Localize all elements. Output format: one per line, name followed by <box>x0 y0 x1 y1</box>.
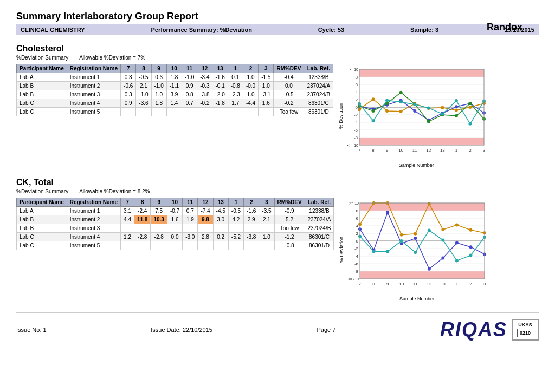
table-cell <box>151 108 166 116</box>
table-cell <box>228 224 243 233</box>
svg-text:-2: -2 <box>354 113 358 117</box>
logo-area: RIQAS UKAS 0210 <box>440 318 539 341</box>
table-cell: Too few <box>274 108 304 116</box>
svg-point-70 <box>427 106 430 109</box>
table-cell: -0.2 <box>197 99 212 108</box>
header: Summary Interlaboratory Group Report Ran… <box>16 11 539 22</box>
cholesterol-section: Cholesterol %Deviation Summary Allowable… <box>16 44 539 168</box>
col-9: 9 <box>151 64 166 73</box>
table-cell: -7.4 <box>198 207 213 215</box>
svg-point-132 <box>372 250 376 253</box>
table-cell: Lab B <box>17 224 67 233</box>
ck-deviation-row: %Deviation Summary Allowable %Deviation … <box>16 188 539 194</box>
table-cell: 0.0 <box>274 82 304 90</box>
col-1: 1 <box>228 64 243 73</box>
table-cell: 0.7 <box>182 99 197 108</box>
table-cell <box>182 108 197 116</box>
table-cell: 1.6 <box>167 215 182 224</box>
table-cell <box>243 108 258 116</box>
col-registration: Registration Name <box>67 64 120 73</box>
svg-text:10: 10 <box>399 282 404 286</box>
ck-table-wrap: Participant Name Registration Name 7 8 9… <box>16 198 539 302</box>
svg-text:2: 2 <box>356 97 358 102</box>
svg-text:11: 11 <box>412 148 417 153</box>
table-row: Lab BInstrument 3Too few237024/B <box>17 224 334 233</box>
table-cell: Instrument 1 <box>67 73 120 82</box>
svg-text:0: 0 <box>356 105 358 110</box>
table-cell: Lab C <box>17 241 67 250</box>
table-cell: Instrument 2 <box>67 215 120 224</box>
table-cell: 0.3 <box>121 90 136 99</box>
table-cell: 7.5 <box>151 207 167 215</box>
table-cell: 86301/C <box>305 233 334 241</box>
svg-point-60 <box>427 120 430 123</box>
table-cell: -2.3 <box>228 90 243 99</box>
ck-section: CK, Total %Deviation Summary Allowable %… <box>16 178 539 302</box>
svg-point-51 <box>441 106 444 109</box>
table-cell: 12338/B <box>305 207 334 215</box>
ck-col-9: 9 <box>151 198 167 207</box>
table-cell: 0.2 <box>213 233 228 241</box>
svg-text:9: 9 <box>386 282 389 286</box>
table-cell <box>213 224 228 233</box>
col-11: 11 <box>182 64 197 73</box>
table-row: Lab BInstrument 30.3-1.01.03.90.8-3.8-2.… <box>17 90 333 99</box>
table-cell: 86301/C <box>304 99 333 108</box>
brand-name: Randox <box>487 22 522 33</box>
table-cell: -0.6 <box>121 82 136 90</box>
svg-text:6: 6 <box>356 216 359 221</box>
table-cell: 9.8 <box>198 215 213 224</box>
table-cell <box>259 224 274 233</box>
svg-text:10: 10 <box>398 148 403 153</box>
svg-point-127 <box>442 228 445 231</box>
issue-no: Issue No: 1 <box>16 326 47 333</box>
ck-table-container: Participant Name Registration Name 7 8 9… <box>16 198 334 250</box>
table-cell <box>259 108 274 116</box>
svg-point-42 <box>455 105 458 108</box>
svg-text:0: 0 <box>356 239 359 244</box>
table-cell: 237024/B <box>305 224 334 233</box>
cholesterol-table: Participant Name Registration Name 7 8 9… <box>16 64 333 116</box>
table-cell: Instrument 4 <box>67 99 120 108</box>
table-cell: Lab A <box>17 73 67 82</box>
cholesterol-allowable-label: Allowable %Deviation = 7% <box>79 55 145 61</box>
svg-point-113 <box>386 211 390 214</box>
table-row: Lab AInstrument 13.1-2.47.5-0.70.7-7.4-4… <box>17 207 334 215</box>
svg-text:-4: -4 <box>354 254 359 259</box>
table-cell <box>228 241 243 250</box>
svg-point-66 <box>372 119 375 122</box>
cholesterol-chart: <= -10-8-6-4-202468>= 1078910111213123 <box>343 64 489 161</box>
table-cell <box>134 241 150 250</box>
riqas-logo: RIQAS <box>440 318 507 341</box>
col-rmdev: RM%DEV <box>274 64 304 73</box>
ck-chart: <= -10-8-6-4-202468>= 1078910111213123 <box>344 198 490 295</box>
ck-col-rmdev: RM%DEV <box>274 198 305 207</box>
svg-point-62 <box>455 114 458 117</box>
table-cell: 0.3 <box>121 73 136 82</box>
svg-point-72 <box>455 99 458 102</box>
table-cell: -0.1 <box>212 82 228 90</box>
table-cell: 2.9 <box>244 215 259 224</box>
table-cell: 2.8 <box>198 233 213 241</box>
ck-col-3: 3 <box>259 198 274 207</box>
table-cell: -0.7 <box>167 207 182 215</box>
table-cell: 1.2 <box>121 233 134 241</box>
table-cell: -4.5 <box>213 207 228 215</box>
ck-title: CK, Total <box>16 178 539 187</box>
ck-col-registration: Registration Name <box>67 198 120 207</box>
table-cell: 237024/B <box>304 90 333 99</box>
svg-text:3: 3 <box>483 282 486 286</box>
table-cell: Instrument 4 <box>67 233 120 241</box>
table-cell: -1.6 <box>212 73 228 82</box>
table-cell: Lab C <box>17 233 67 241</box>
svg-text:<= -10: <= -10 <box>347 143 358 147</box>
ck-col-10: 10 <box>167 198 182 207</box>
col-3: 3 <box>259 64 274 73</box>
cholesterol-table-container: Participant Name Registration Name 7 8 9… <box>16 64 333 116</box>
svg-point-67 <box>385 99 389 102</box>
table-cell: -1.0 <box>151 82 166 90</box>
table-cell: -3.8 <box>197 90 212 99</box>
table-cell: Lab B <box>17 215 67 224</box>
svg-text:12: 12 <box>427 148 431 153</box>
ck-chart-area: % Deviation <= -10-8-6-4-202468>= 107891… <box>344 198 490 302</box>
